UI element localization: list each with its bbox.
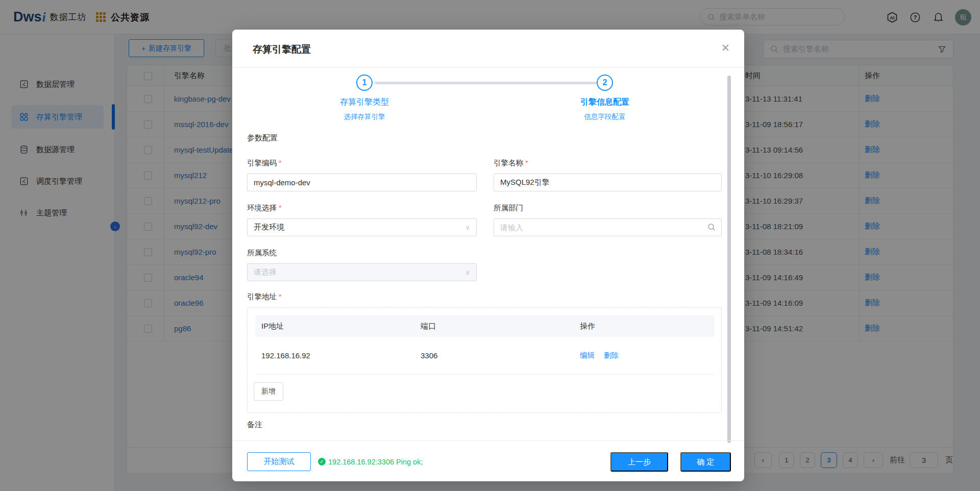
system-select-placeholder: 请选择: [254, 267, 277, 277]
remark-label: 备注: [247, 420, 262, 430]
step-2-circle: 2: [597, 75, 613, 91]
address-col-action: 操作: [580, 315, 595, 337]
required-asterisk: *: [525, 159, 528, 167]
field-label-engine-name: 引擎名称*: [494, 158, 528, 168]
address-col-ip: IP地址: [261, 315, 284, 337]
field-label-engine-code: 引擎编码*: [247, 158, 282, 168]
step-number: 2: [603, 78, 607, 87]
field-label-env: 环境选择*: [247, 203, 282, 213]
modal-title: 存算引擎配置: [253, 43, 311, 56]
system-select[interactable]: 请选择 ∨: [247, 263, 477, 281]
test-connection-button[interactable]: 开始测试: [247, 452, 311, 471]
department-input[interactable]: [494, 218, 722, 236]
delete-link[interactable]: 删除: [604, 351, 619, 360]
step-number: 1: [362, 78, 367, 87]
chevron-down-icon: ∨: [465, 224, 470, 231]
engine-name-input[interactable]: [494, 174, 722, 191]
step-1-title: 存算引擎类型: [308, 97, 421, 108]
step-1-circle: 1: [356, 75, 373, 91]
ping-result: ✓ 192.168.16.92:3306 Ping ok;: [318, 452, 423, 471]
env-select[interactable]: 开发环境 ∨: [247, 218, 477, 236]
section-label-params: 参数配置: [247, 133, 278, 143]
close-icon[interactable]: ✕: [721, 42, 730, 53]
field-label-system: 所属系统: [247, 248, 277, 258]
address-table: IP地址 端口 操作 192.168.16.92 3306 编辑 删除: [255, 315, 715, 375]
confirm-button[interactable]: 确 定: [680, 452, 731, 472]
required-asterisk: *: [279, 159, 282, 167]
add-address-button[interactable]: 新增: [254, 382, 283, 401]
engine-config-modal: 存算引擎配置 ✕ 1 2 存算引擎类型 选择存算引擎 引擎信息配置 信息字段配置…: [232, 30, 744, 481]
previous-step-button[interactable]: 上一步: [610, 452, 668, 472]
success-check-icon: ✓: [318, 458, 326, 465]
field-label-department: 所属部门: [494, 203, 523, 213]
field-label-address: 引擎地址*: [247, 292, 282, 302]
step-1-subtitle: 选择存算引擎: [308, 112, 421, 121]
address-ip: 192.168.16.92: [261, 337, 310, 374]
engine-code-input[interactable]: [247, 174, 477, 191]
ping-result-text: 192.168.16.92:3306 Ping ok;: [328, 458, 423, 466]
address-table-header: IP地址 端口 操作: [255, 315, 715, 337]
required-asterisk: *: [279, 292, 282, 301]
modal-header: 存算引擎配置 ✕: [232, 30, 744, 67]
edit-link[interactable]: 编辑: [580, 351, 595, 360]
address-col-port: 端口: [421, 315, 436, 337]
address-port: 3306: [421, 337, 437, 374]
search-icon: [707, 223, 716, 231]
step-2-subtitle: 信息字段配置: [549, 112, 661, 121]
address-row: 192.168.16.92 3306 编辑 删除: [255, 337, 715, 375]
step-2-title: 引擎信息配置: [549, 97, 661, 108]
env-select-value: 开发环境: [254, 223, 284, 232]
engine-address-box: IP地址 端口 操作 192.168.16.92 3306 编辑 删除 新增: [247, 307, 722, 413]
required-asterisk: *: [279, 204, 282, 212]
modal-scrollbar[interactable]: [727, 76, 731, 443]
modal-footer: 开始测试 ✓ 192.168.16.92:3306 Ping ok; 上一步 确…: [232, 440, 744, 481]
chevron-down-icon: ∨: [465, 268, 470, 276]
stepper-line: [375, 82, 599, 84]
